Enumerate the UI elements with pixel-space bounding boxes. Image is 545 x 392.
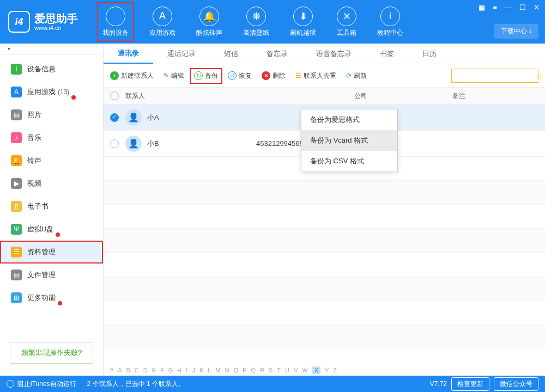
sidebar-item-铃声[interactable]: 🔔铃声 bbox=[0, 149, 103, 172]
sidebar-item-电子书[interactable]: ▯电子书 bbox=[0, 195, 103, 218]
alpha-Q[interactable]: Q bbox=[251, 367, 256, 373]
empty-row bbox=[104, 277, 545, 301]
alpha-V[interactable]: V bbox=[294, 367, 298, 373]
dropdown-item[interactable]: 备份为 Vcard 格式 bbox=[301, 130, 397, 151]
itunes-block-toggle[interactable]: 阻止iTunes自动运行 bbox=[7, 379, 76, 389]
alpha-E[interactable]: E bbox=[152, 367, 156, 373]
sidebar-icon: A bbox=[11, 87, 22, 97]
alpha-X[interactable]: X bbox=[312, 366, 320, 374]
version-label: V7.72 bbox=[430, 380, 447, 388]
topnav-高清壁纸[interactable]: ❋高清壁纸 bbox=[239, 3, 274, 41]
alpha-O[interactable]: O bbox=[233, 367, 238, 373]
tshirt-icon[interactable]: ▦ bbox=[476, 2, 487, 13]
main-panel: 通讯录通话记录短信备忘录语音备忘录书签日历 +新建联系人 ✎编辑 ↻备份 ↺恢复… bbox=[104, 44, 545, 376]
alpha-G[interactable]: G bbox=[168, 367, 173, 373]
tab-书签[interactable]: 书签 bbox=[366, 44, 408, 64]
sidebar-item-应用游戏[interactable]: A应用游戏(13) bbox=[0, 81, 103, 103]
download-center-button[interactable]: 下载中心 ↓ bbox=[494, 24, 538, 39]
sidebar-icon: ▤ bbox=[11, 109, 22, 120]
sidebar-icon: ⊞ bbox=[11, 292, 22, 303]
row-checkbox[interactable] bbox=[110, 139, 119, 148]
select-all-checkbox[interactable] bbox=[110, 91, 119, 100]
topnav-应用游戏[interactable]: A应用游戏 bbox=[145, 3, 180, 41]
check-update-button[interactable]: 检查更新 bbox=[451, 377, 489, 391]
tab-短信[interactable]: 短信 bbox=[210, 44, 252, 64]
new-contact-button[interactable]: +新建联系人 bbox=[110, 71, 154, 81]
restore-button[interactable]: ↺恢复 bbox=[228, 71, 252, 81]
alpha-D[interactable]: D bbox=[143, 367, 148, 373]
tab-通讯录[interactable]: 通讯录 bbox=[104, 44, 153, 64]
sidebar-item-资料管理[interactable]: ☰资料管理 bbox=[0, 241, 103, 264]
maximize-icon[interactable]: ☐ bbox=[517, 2, 528, 13]
status-bar: 阻止iTunes自动运行 2 个联系人，已选中 1 个联系人。 V7.72 检查… bbox=[0, 376, 545, 392]
alpha-Z[interactable]: Z bbox=[333, 367, 337, 373]
sidebar-icon: ♪ bbox=[11, 132, 22, 143]
alpha-C[interactable]: C bbox=[135, 367, 139, 373]
topnav-我的设备[interactable]: 我的设备 bbox=[97, 2, 134, 42]
alpha-J[interactable]: J bbox=[192, 367, 195, 373]
alpha-W[interactable]: W bbox=[302, 367, 307, 373]
refresh-button[interactable]: ⟳刷新 bbox=[346, 71, 367, 81]
sidebar-item-虚拟U盘[interactable]: Ψ虚拟U盘 bbox=[0, 218, 103, 241]
edit-button[interactable]: ✎编辑 bbox=[164, 71, 184, 81]
col-note[interactable]: 备注 bbox=[452, 91, 545, 101]
alpha-T[interactable]: T bbox=[277, 367, 281, 373]
alpha-S[interactable]: S bbox=[269, 367, 272, 373]
topnav-icon: 🔔 bbox=[199, 7, 219, 26]
window-controls: ▦ ≡ — ☐ ✕ bbox=[476, 2, 542, 13]
topnav-工具箱[interactable]: ✕工具箱 bbox=[332, 3, 361, 41]
sidebar-toggle[interactable]: ▾ bbox=[0, 44, 103, 54]
sidebar-item-视频[interactable]: ▶视频 bbox=[0, 172, 103, 195]
topnav-icon: i bbox=[380, 7, 400, 26]
dedupe-button[interactable]: ☰联系人去重 bbox=[295, 71, 336, 81]
alpha-A[interactable]: A bbox=[118, 367, 122, 373]
search-input[interactable] bbox=[455, 72, 537, 79]
sidebar-item-设备信息[interactable]: i设备信息 bbox=[0, 58, 103, 81]
topnav-icon: ⬇ bbox=[293, 7, 313, 26]
alpha-P[interactable]: P bbox=[243, 367, 246, 373]
topnav-icon bbox=[106, 7, 125, 26]
alpha-M[interactable]: M bbox=[215, 367, 220, 373]
app-name-cn: 爱思助手 bbox=[34, 13, 78, 24]
delete-button[interactable]: ✕删除 bbox=[262, 71, 286, 81]
tab-备忘录[interactable]: 备忘录 bbox=[252, 44, 302, 64]
alpha-R[interactable]: R bbox=[260, 367, 264, 373]
topnav-icon: ❋ bbox=[246, 7, 266, 26]
sidebar-item-文件管理[interactable]: ▤文件管理 bbox=[0, 264, 103, 286]
sidebar-item-音乐[interactable]: ♪音乐 bbox=[0, 126, 103, 149]
col-name[interactable]: 联系人 bbox=[125, 91, 256, 101]
sidebar-item-照片[interactable]: ▤照片 bbox=[0, 103, 103, 126]
topnav-酷炫铃声[interactable]: 🔔酷炫铃声 bbox=[192, 3, 227, 41]
alpha-L[interactable]: L bbox=[208, 367, 211, 373]
tab-通话记录[interactable]: 通话记录 bbox=[153, 44, 210, 64]
alpha-H[interactable]: H bbox=[177, 367, 181, 373]
alpha-F[interactable]: F bbox=[160, 367, 164, 373]
col-company[interactable]: 公司 bbox=[354, 91, 452, 101]
close-icon[interactable]: ✕ bbox=[531, 2, 542, 13]
dropdown-item[interactable]: 备份为 CSV 格式 bbox=[301, 151, 397, 171]
backup-button[interactable]: ↻备份 bbox=[191, 69, 221, 83]
wechat-button[interactable]: 微信公众号 bbox=[494, 377, 538, 391]
alpha-K[interactable]: K bbox=[199, 367, 203, 373]
menu-icon[interactable]: ≡ bbox=[491, 2, 499, 13]
alpha-B[interactable]: B bbox=[126, 367, 130, 373]
topnav-icon: A bbox=[153, 7, 172, 26]
minimize-icon[interactable]: — bbox=[502, 2, 514, 13]
alpha-#[interactable]: # bbox=[110, 367, 113, 373]
row-checkbox[interactable] bbox=[110, 113, 119, 122]
dropdown-item[interactable]: 备份为爱思格式 bbox=[301, 109, 397, 130]
alpha-N[interactable]: N bbox=[225, 367, 229, 373]
topnav-刷机越狱[interactable]: ⬇刷机越狱 bbox=[286, 3, 320, 41]
fail-link[interactable]: 频繁出现操作失败? bbox=[10, 342, 93, 364]
tab-语音备忘录[interactable]: 语音备忘录 bbox=[302, 44, 366, 64]
alpha-Y[interactable]: Y bbox=[325, 367, 329, 373]
tab-日历[interactable]: 日历 bbox=[408, 44, 451, 64]
alpha-U[interactable]: U bbox=[285, 367, 289, 373]
sidebar-item-更多功能[interactable]: ⊞更多功能 bbox=[0, 286, 103, 309]
sidebar: ▾ i设备信息A应用游戏(13)▤照片♪音乐🔔铃声▶视频▯电子书Ψ虚拟U盘☰资料… bbox=[0, 44, 104, 376]
topnav-教程中心[interactable]: i教程中心 bbox=[373, 3, 408, 41]
alpha-I[interactable]: I bbox=[186, 367, 187, 373]
toggle-icon bbox=[7, 380, 14, 388]
search-box[interactable]: ⌕ bbox=[451, 69, 538, 83]
search-icon[interactable]: ⌕ bbox=[537, 71, 541, 80]
